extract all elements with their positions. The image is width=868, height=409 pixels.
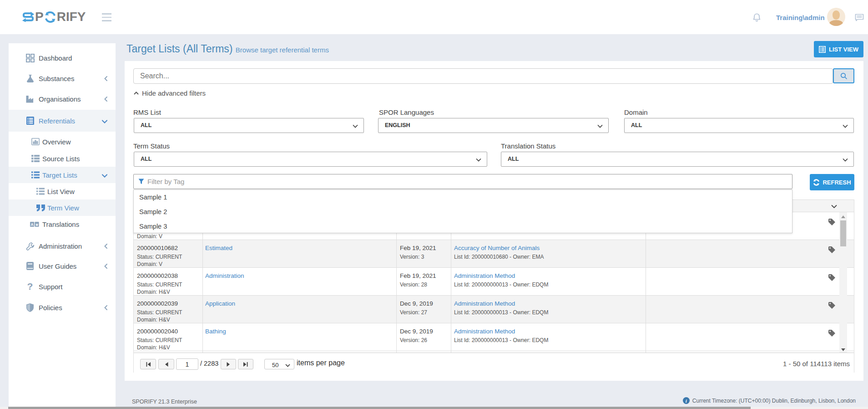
svg-text:A: A xyxy=(31,222,34,226)
svg-text:★: ★ xyxy=(35,222,39,226)
